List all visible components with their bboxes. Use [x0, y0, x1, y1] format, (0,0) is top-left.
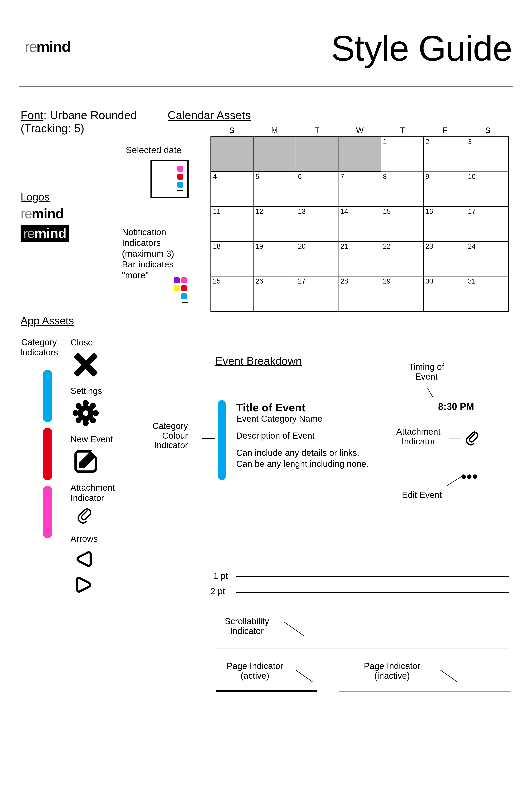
calendar-weekday-row: S M T W T F S [210, 126, 509, 136]
calendar-cell[interactable] [211, 137, 253, 172]
pointer-line-icon [295, 670, 312, 682]
calendar-cell[interactable] [296, 137, 339, 172]
dot-red-icon [177, 173, 184, 180]
calendar-cell[interactable]: 31 [466, 277, 509, 311]
svg-point-5 [76, 403, 81, 409]
page-indicator-inactive-label: Page Indicator (inactive) [364, 661, 420, 681]
event-category-bar-icon [218, 400, 226, 480]
calendar-cell[interactable]: 10 [466, 172, 509, 207]
calendar-cell[interactable]: 11 [211, 207, 253, 242]
page-indicator-active [216, 690, 317, 692]
app-assets-heading: App Assets [21, 314, 74, 327]
font-name: : Urbane Rounded [43, 109, 137, 122]
pointer-line-icon [202, 438, 215, 439]
new-event-label: New Event [71, 434, 115, 444]
font-label: Font [21, 109, 43, 122]
event-breakdown-heading: Event Breakdown [215, 354, 302, 367]
weekday-m: M [253, 126, 296, 136]
selected-date-swatch [151, 160, 189, 198]
calendar-cell[interactable]: 15 [381, 207, 424, 242]
arrow-left-icon[interactable] [72, 548, 95, 571]
dot-yellow-icon [174, 285, 180, 291]
notification-indicator-note: Notification Indicators (maximum 3) Bar … [122, 227, 174, 280]
svg-point-7 [76, 417, 81, 423]
paperclip-icon[interactable] [464, 430, 481, 447]
pointer-line-icon [428, 383, 443, 398]
line-1pt-label: 1 pt [213, 571, 228, 581]
calendar-cell[interactable]: 3 [466, 137, 509, 172]
calendar-cell[interactable] [339, 137, 381, 172]
calendar-cell[interactable]: 18 [211, 242, 253, 277]
arrows-label: Arrows [71, 534, 115, 544]
calendar-cell[interactable]: 9 [424, 172, 466, 207]
arrow-right-icon[interactable] [72, 573, 95, 596]
calendar-cell[interactable]: 14 [339, 207, 381, 242]
new-event-icon[interactable] [72, 448, 99, 475]
calendar-cell[interactable]: 24 [466, 242, 509, 277]
pointer-line-icon [449, 438, 461, 439]
logo-re: re [25, 38, 36, 55]
svg-point-9 [83, 410, 88, 416]
edit-event-label: Edit Event [402, 490, 442, 500]
calendar-cell[interactable]: 19 [253, 242, 296, 277]
svg-point-4 [93, 410, 99, 416]
calendar-cell[interactable]: 13 [296, 207, 339, 242]
more-dots-icon[interactable]: ••• [461, 468, 478, 485]
close-icon[interactable] [72, 351, 99, 378]
logo-dark: remind [21, 225, 69, 242]
notification-swatch [174, 277, 188, 303]
calendar-cell[interactable]: 8 [381, 172, 424, 207]
category-bar-pink-icon [43, 486, 52, 538]
calendar-cell[interactable]: 17 [466, 207, 509, 242]
calendar-cell[interactable]: 2 [424, 137, 466, 172]
header-rule [19, 86, 513, 87]
event-category: Event Category Name [236, 413, 369, 424]
line-2pt-sample [236, 592, 509, 593]
calendar-assets-heading: Calendar Assets [168, 109, 251, 122]
calendar-cell[interactable]: 12 [253, 207, 296, 242]
event-card: Title of Event Event Category Name Descr… [218, 400, 369, 480]
weekday-f: F [424, 126, 467, 136]
calendar-cell[interactable]: 6 [296, 172, 339, 207]
paperclip-icon[interactable] [75, 507, 94, 526]
page-title: Style Guide [331, 27, 512, 69]
scrollability-indicator-label: Scrollability Indicator [225, 616, 269, 636]
dot-red-icon [181, 285, 187, 291]
page-indicator-inactive [339, 691, 511, 691]
pointer-line-icon [284, 622, 305, 636]
font-section: Font: Urbane Rounded (Tracking: 5) [21, 109, 137, 135]
event-details: Can include any details or links. Can be… [236, 447, 369, 469]
logo-mind: mind [36, 38, 70, 55]
dot-pink-icon [177, 166, 184, 172]
brand-logo: remind [25, 38, 71, 55]
font-tracking: (Tracking: 5) [21, 122, 137, 135]
close-label: Close [71, 337, 115, 348]
event-description: Description of Event [236, 430, 369, 441]
calendar-cell[interactable]: 23 [424, 242, 466, 277]
svg-point-2 [83, 420, 89, 426]
calendar-cell[interactable]: 21 [339, 242, 381, 277]
calendar-cell[interactable]: 25 [211, 277, 253, 311]
calendar-cell[interactable]: 16 [424, 207, 466, 242]
timing-of-event-label: Timing of Event [408, 362, 444, 381]
calendar-cell[interactable]: 27 [296, 277, 339, 311]
calendar-cell[interactable]: 28 [339, 277, 381, 311]
calendar-cell[interactable]: 29 [381, 277, 424, 311]
category-bar-red-icon [43, 428, 52, 480]
dot-blue-icon [181, 293, 187, 299]
more-bar-icon [177, 190, 184, 191]
page-indicator-active-label: Page Indicator (active) [227, 661, 283, 681]
line-1pt-sample [236, 576, 509, 577]
gear-icon[interactable] [72, 400, 99, 426]
calendar-cell[interactable]: 26 [253, 277, 296, 311]
calendar-cell[interactable]: 30 [424, 277, 466, 311]
calendar-cell[interactable]: 20 [296, 242, 339, 277]
weekday-t: T [296, 126, 339, 136]
calendar-cell[interactable]: 5 [253, 172, 296, 207]
attachment-indicator-label-2: Attachment Indicator [396, 427, 441, 446]
calendar-cell[interactable]: 4 [211, 172, 253, 207]
calendar-cell[interactable]: 1 [381, 137, 424, 172]
calendar-cell[interactable] [253, 137, 296, 172]
calendar-cell[interactable]: 7 [339, 172, 381, 207]
calendar-cell[interactable]: 22 [381, 242, 424, 277]
